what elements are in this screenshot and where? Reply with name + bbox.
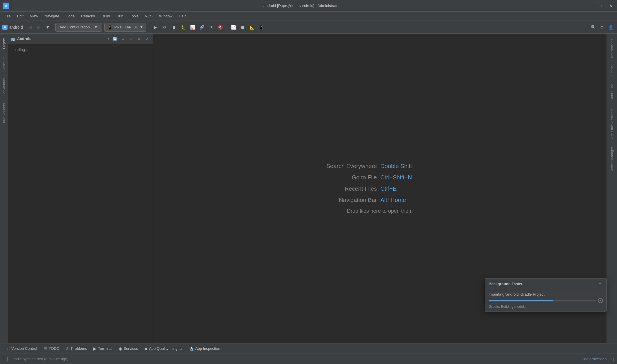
problems-icon: ⚠ <box>66 346 70 351</box>
status-terminal[interactable]: ▶ Terminal <box>90 345 115 352</box>
sync-button[interactable]: ↻ <box>161 23 169 31</box>
android-profiler-button[interactable]: 📈 <box>229 23 237 31</box>
menu-navigate[interactable]: Navigate <box>41 13 62 19</box>
menu-build[interactable]: Build <box>99 13 113 19</box>
menu-bar: File Edit View Navigate Code Refactor Bu… <box>0 12 617 21</box>
minimize-button[interactable]: ─ <box>591 3 598 9</box>
bg-tasks-close-button[interactable]: − <box>597 281 603 287</box>
bg-task-name: Importing 'android' Gradle Project <box>489 292 603 296</box>
toolbar: A android ◀ ▶ ▼ Add Configuration... ▼ 📱… <box>0 21 617 34</box>
terminal-label: Terminal <box>98 346 112 351</box>
window-controls: ─ □ ✕ <box>591 3 614 9</box>
nav-back-button[interactable]: ◀ <box>26 23 34 31</box>
menu-view[interactable]: View <box>27 13 41 19</box>
nav-arrows: ◀ ▶ ▼ <box>26 23 52 31</box>
panel-settings-button[interactable]: ⚙ <box>136 36 142 42</box>
panel-dropdown-icon[interactable]: ▼ <box>107 37 110 40</box>
status-problems[interactable]: ⚠ Problems <box>63 345 90 352</box>
profile-button[interactable]: 📊 <box>188 23 196 31</box>
sidebar-bookmarks[interactable]: Bookmarks <box>1 75 7 99</box>
problems-label: Problems <box>71 346 87 351</box>
app-inspection-label: App Inspection <box>195 346 220 351</box>
shortcut-label-recent: Recent Files <box>307 185 377 192</box>
left-sidebar: Project Structure Bookmarks Build Varian… <box>0 34 8 343</box>
progress-container: ✕ <box>489 298 603 303</box>
app-quality-icon: ◆ <box>144 346 148 351</box>
right-panel-app-links[interactable]: App Links Assistant <box>608 105 616 143</box>
right-panel: Notifications Gradle Studio Bot App Link… <box>607 34 617 343</box>
status-app-quality[interactable]: ◆ App Quality Insights <box>141 345 185 352</box>
device-manager-button[interactable]: 📱 <box>257 23 265 31</box>
right-panel-notifications[interactable]: Notifications <box>608 35 616 62</box>
processes-count: (1) <box>609 357 614 361</box>
side-panel: 🤖 Android ▼ 🔄 ≡ ⬆ ⚙ ✕ loading... <box>8 34 153 343</box>
account-button[interactable]: 👤 <box>607 23 615 31</box>
nav-dropdown-button[interactable]: ▼ <box>44 23 52 31</box>
app-inspection-icon: 🔬 <box>189 346 194 351</box>
menu-help[interactable]: Help <box>176 13 190 19</box>
project-selector[interactable]: A android <box>2 25 23 30</box>
layout-inspector-button[interactable]: 📐 <box>248 23 256 31</box>
panel-expand-button[interactable]: ⬆ <box>128 36 134 42</box>
stop-build-button[interactable]: ⏹ <box>239 23 247 31</box>
debug-button[interactable]: 🐛 <box>179 23 187 31</box>
settings-button[interactable]: ⚙ <box>598 23 606 31</box>
sidebar-build-variants[interactable]: Build Variants <box>1 100 7 128</box>
nav-forward-button[interactable]: ▶ <box>35 23 43 31</box>
device-selector[interactable]: 📱 Pixel 3 API 31 ▼ <box>104 23 146 32</box>
loading-indicator: loading... <box>8 44 153 55</box>
menu-run[interactable]: Run <box>114 13 126 19</box>
search-button[interactable]: 🔍 <box>589 23 597 31</box>
android-icon: 🤖 <box>10 37 15 41</box>
main-container: Project Structure Bookmarks Build Varian… <box>0 34 617 343</box>
progress-fill <box>489 300 553 301</box>
status-todo[interactable]: ☰ TODO <box>41 345 62 352</box>
toolbar-separator-1 <box>149 24 149 31</box>
menu-file[interactable]: File <box>2 13 14 19</box>
title-bar: A android [D:\proj\demo\android] - Admin… <box>0 0 617 12</box>
bg-task-subtitle: Gradle: Building model... <box>489 305 603 309</box>
bottom-checkbox[interactable] <box>3 357 8 361</box>
panel-sync-button[interactable]: 🔄 <box>112 36 118 42</box>
bg-tasks-body: Importing 'android' Gradle Project ✕ Gra… <box>485 289 606 312</box>
mute-button[interactable]: 🔇 <box>216 23 224 31</box>
sidebar-project[interactable]: Project <box>1 35 7 52</box>
right-panel-gradle[interactable]: Gradle <box>608 62 616 80</box>
side-panel-header: 🤖 Android ▼ 🔄 ≡ ⬆ ⚙ ✕ <box>8 34 153 44</box>
todo-label: TODO <box>49 346 59 351</box>
panel-close-button[interactable]: ✕ <box>144 36 150 42</box>
status-app-inspection[interactable]: 🔬 App Inspection <box>186 345 223 352</box>
services-icon: ◉ <box>119 346 122 351</box>
run-button[interactable]: ▶ <box>151 23 159 31</box>
menu-window[interactable]: Window <box>156 13 175 19</box>
bottom-bar: Gradle sync started (a minute ago) Hide … <box>0 354 617 364</box>
attach-button[interactable]: 🔗 <box>198 23 206 31</box>
shortcut-row-2: Go to File Ctrl+Shift+N <box>307 172 452 183</box>
menu-code[interactable]: Code <box>63 13 78 19</box>
terminal-icon: ▶ <box>93 346 97 351</box>
bg-tasks-header: Background Tasks − <box>485 279 606 289</box>
menu-vcs[interactable]: VCS <box>142 13 156 19</box>
status-services[interactable]: ◉ Services <box>116 345 141 352</box>
add-configuration-button[interactable]: Add Configuration... ▼ <box>55 23 102 32</box>
right-panel-studio-bot[interactable]: Studio Bot <box>608 80 616 104</box>
panel-collapse-button[interactable]: ≡ <box>120 36 126 42</box>
background-tasks-popup: Background Tasks − Importing 'android' G… <box>485 278 607 312</box>
maximize-button[interactable]: □ <box>600 3 606 9</box>
close-button[interactable]: ✕ <box>608 3 614 9</box>
status-version-control[interactable]: ⎇ Version Control <box>2 345 40 352</box>
stop-button[interactable]: ⏸ <box>170 23 178 31</box>
progress-bar <box>489 300 596 301</box>
sidebar-structure[interactable]: Structure <box>1 53 7 74</box>
shortcut-row-5: Drop files here to open them <box>307 206 452 216</box>
menu-tools[interactable]: Tools <box>127 13 141 19</box>
app-quality-label: App Quality Insights <box>149 346 183 351</box>
shortcut-row-3: Recent Files Ctrl+E <box>307 183 452 194</box>
hide-processes-button[interactable]: Hide processes <box>581 357 607 361</box>
progress-cancel-button[interactable]: ✕ <box>598 298 603 303</box>
project-icon: A <box>2 25 8 30</box>
menu-refactor[interactable]: Refactor <box>78 13 98 19</box>
right-panel-device-manager[interactable]: Device Manager <box>608 143 616 176</box>
menu-edit[interactable]: Edit <box>14 13 26 19</box>
step-over-button[interactable]: ↷ <box>207 23 215 31</box>
